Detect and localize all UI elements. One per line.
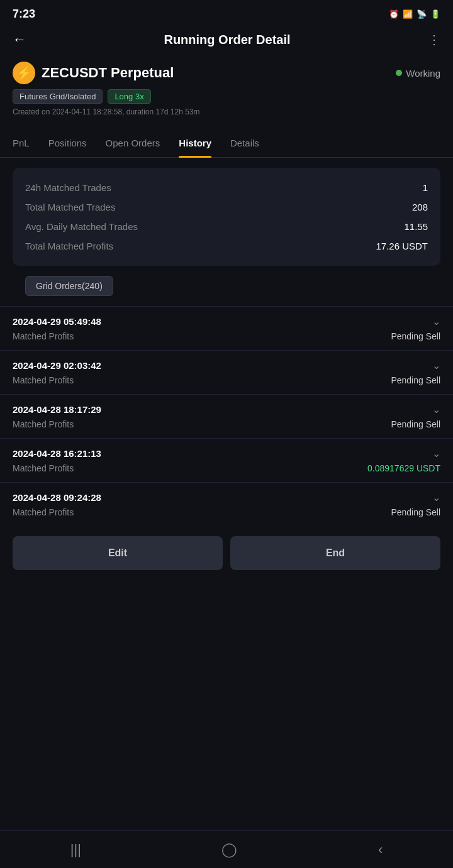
order-label-1: Matched Profits <box>13 375 74 385</box>
working-dot-icon <box>396 70 402 76</box>
stat-label-total-profits: Total Matched Profits <box>25 241 113 251</box>
tab-positions[interactable]: Positions <box>48 129 87 157</box>
order-label-4: Matched Profits <box>13 507 74 517</box>
order-status-2: Pending Sell <box>391 419 440 429</box>
end-button[interactable]: End <box>230 536 440 570</box>
order-label-2: Matched Profits <box>13 419 74 429</box>
order-date-0: 2024-04-29 05:49:48 <box>13 316 101 327</box>
back-button[interactable]: ← <box>13 31 26 48</box>
nav-home-icon[interactable]: ◯ <box>221 842 237 858</box>
order-item-4: 2024-04-28 09:24:28 ⌄ Matched Profits Pe… <box>0 482 453 526</box>
status-icons: ⏰ 📶 📡 🔋 <box>389 9 440 19</box>
order-status-3: 0.08917629 USDT <box>367 463 440 473</box>
chevron-down-icon-3[interactable]: ⌄ <box>432 448 440 459</box>
created-text: Created on 2024-04-11 18:28:58, duration… <box>13 107 440 116</box>
share-button[interactable]: ⋮ <box>428 32 440 47</box>
stat-row-total-profits: Total Matched Profits 17.26 USDT <box>25 236 428 256</box>
asset-name: ZECUSDT Perpetual <box>42 65 174 81</box>
nav-bar: ||| ◯ ‹ <box>0 830 453 868</box>
tab-pnl[interactable]: PnL <box>13 129 30 157</box>
order-item-0: 2024-04-29 05:49:48 ⌄ Matched Profits Pe… <box>0 306 453 350</box>
edit-button[interactable]: Edit <box>13 536 223 570</box>
stat-value-total-profits: 17.26 USDT <box>376 241 428 251</box>
orders-list: 2024-04-29 05:49:48 ⌄ Matched Profits Pe… <box>0 306 453 526</box>
stat-row-24h: 24h Matched Trades 1 <box>25 178 428 197</box>
chevron-down-icon-0[interactable]: ⌄ <box>432 316 440 327</box>
order-date-1: 2024-04-29 02:03:42 <box>13 360 101 371</box>
tag-long: Long 3x <box>108 89 150 104</box>
stat-row-avg-daily: Avg. Daily Matched Trades 11.55 <box>25 217 428 236</box>
order-label-3: Matched Profits <box>13 463 74 473</box>
order-date-4: 2024-04-28 09:24:28 <box>13 492 101 503</box>
chevron-down-icon-4[interactable]: ⌄ <box>432 492 440 503</box>
chevron-down-icon-1[interactable]: ⌄ <box>432 360 440 371</box>
page-title: Running Order Detail <box>164 33 290 47</box>
wifi-icon: 📶 <box>403 9 413 19</box>
tab-details[interactable]: Details <box>230 129 259 157</box>
stats-card: 24h Matched Trades 1 Total Matched Trade… <box>13 168 440 266</box>
asset-section: ⚡ ZECUSDT Perpetual Working Futures Grid… <box>0 57 453 124</box>
stat-value-total-trades: 208 <box>412 202 428 212</box>
stat-value-24h: 1 <box>423 182 428 193</box>
stat-value-avg-daily: 11.55 <box>404 221 428 232</box>
asset-icon: ⚡ <box>13 62 35 84</box>
stat-row-total-trades: Total Matched Trades 208 <box>25 197 428 217</box>
tag-futures: Futures Grid/Isolated <box>13 89 103 104</box>
order-date-3: 2024-04-28 16:21:13 <box>13 448 101 459</box>
asset-tags: Futures Grid/Isolated Long 3x <box>13 89 440 104</box>
nav-back-icon[interactable]: ‹ <box>378 842 383 858</box>
working-badge: Working <box>396 68 440 79</box>
stat-label-24h: 24h Matched Trades <box>25 182 111 193</box>
signal-icon: 📡 <box>417 9 427 19</box>
order-label-0: Matched Profits <box>13 331 74 341</box>
order-status-4: Pending Sell <box>391 507 440 517</box>
order-item-3: 2024-04-28 16:21:13 ⌄ Matched Profits 0.… <box>0 438 453 482</box>
bottom-buttons: Edit End <box>13 536 440 570</box>
nav-menu-icon[interactable]: ||| <box>70 842 81 858</box>
grid-orders-button[interactable]: Grid Orders(240) <box>25 276 113 296</box>
status-bar: 7:23 ⏰ 📶 📡 🔋 <box>0 0 453 25</box>
order-status-0: Pending Sell <box>391 331 440 341</box>
tab-history[interactable]: History <box>179 129 211 157</box>
stat-label-total-trades: Total Matched Trades <box>25 202 115 212</box>
status-time: 7:23 <box>13 8 35 21</box>
order-status-1: Pending Sell <box>391 375 440 385</box>
alarm-icon: ⏰ <box>389 9 399 19</box>
order-item-2: 2024-04-28 18:17:29 ⌄ Matched Profits Pe… <box>0 394 453 438</box>
battery-icon: 🔋 <box>430 9 440 19</box>
tab-open-orders[interactable]: Open Orders <box>106 129 160 157</box>
tabs: PnL Positions Open Orders History Detail… <box>0 129 453 158</box>
working-label: Working <box>406 68 440 79</box>
stat-label-avg-daily: Avg. Daily Matched Trades <box>25 221 138 232</box>
chevron-down-icon-2[interactable]: ⌄ <box>432 404 440 415</box>
order-date-2: 2024-04-28 18:17:29 <box>13 404 101 415</box>
header: ← Running Order Detail ⋮ <box>0 25 453 57</box>
order-item-1: 2024-04-29 02:03:42 ⌄ Matched Profits Pe… <box>0 350 453 394</box>
